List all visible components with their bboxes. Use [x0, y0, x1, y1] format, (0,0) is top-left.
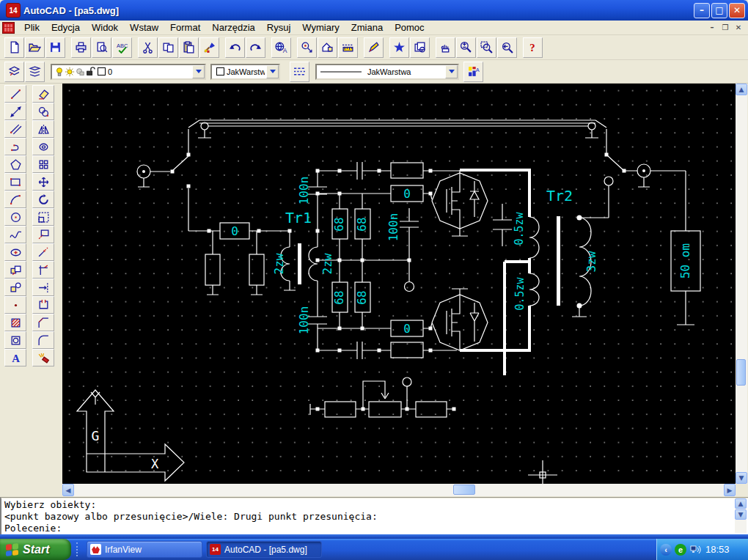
- internet-tools-button[interactable]: A: [271, 37, 291, 58]
- line-button[interactable]: [4, 85, 26, 103]
- fillet-button[interactable]: [32, 331, 54, 349]
- linetype-button[interactable]: [290, 62, 309, 82]
- task-autocad[interactable]: 14 AutoCAD - [pa5.dwg]: [206, 541, 322, 558]
- make-object-layer-current-button[interactable]: [4, 62, 24, 82]
- scroll-up-button[interactable]: ▲: [736, 84, 747, 95]
- network-audio-icon[interactable]: [689, 544, 701, 556]
- region-button[interactable]: [4, 331, 26, 349]
- vertical-scroll-thumb[interactable]: [736, 359, 746, 386]
- print-preview-button[interactable]: [92, 37, 111, 58]
- erase-button[interactable]: [32, 85, 54, 103]
- layer-combo-dropdown-arrow[interactable]: [192, 65, 205, 78]
- doc-close-button[interactable]: ✕: [732, 22, 745, 33]
- scroll-right-button[interactable]: ▶: [724, 484, 736, 496]
- linetype-combo[interactable]: JakWarstwa: [315, 64, 459, 80]
- move-button[interactable]: [32, 173, 54, 191]
- sun-on-icon[interactable]: [65, 67, 75, 77]
- new-button[interactable]: [4, 37, 24, 58]
- ellipse-button[interactable]: [4, 243, 26, 261]
- make-block-button[interactable]: [4, 279, 26, 296]
- array-button[interactable]: [32, 155, 54, 173]
- menu-edycja[interactable]: Edycja: [45, 21, 86, 34]
- hatch-button[interactable]: [4, 314, 26, 331]
- pan-realtime-button[interactable]: [436, 37, 455, 58]
- scale-button[interactable]: [32, 208, 54, 226]
- text-button[interactable]: A: [4, 349, 26, 366]
- document-icon[interactable]: [2, 22, 15, 34]
- doc-minimize-button[interactable]: –: [705, 22, 719, 33]
- redraw-button[interactable]: [364, 37, 384, 58]
- command-scrollbar[interactable]: ▲ ▼: [735, 498, 747, 533]
- mirror-button[interactable]: [32, 120, 54, 138]
- color-combo[interactable]: JakWarstwa: [210, 64, 280, 80]
- command-scroll-down[interactable]: ▼: [735, 509, 747, 520]
- maximize-button[interactable]: □: [711, 3, 727, 18]
- undo-button[interactable]: [225, 37, 245, 58]
- command-scroll-up[interactable]: ▲: [735, 498, 747, 509]
- eset-icon[interactable]: e: [675, 544, 686, 556]
- menu-format[interactable]: Format: [164, 21, 206, 34]
- layer-combo[interactable]: 0: [51, 64, 206, 80]
- horizontal-scrollbar[interactable]: ◀ ▶: [62, 484, 736, 496]
- polyline-button[interactable]: [4, 138, 26, 155]
- paste-button[interactable]: [179, 37, 199, 58]
- scroll-down-button[interactable]: ▼: [736, 472, 747, 484]
- rotate-button[interactable]: [32, 191, 54, 208]
- distance-button[interactable]: [338, 37, 358, 58]
- menu-zmiana[interactable]: Zmiana: [345, 21, 389, 34]
- start-button[interactable]: Start: [0, 539, 71, 560]
- extend-button[interactable]: [32, 279, 54, 296]
- properties-button[interactable]: A: [463, 62, 483, 82]
- minimize-button[interactable]: –: [694, 3, 710, 18]
- menu-narzedzia[interactable]: Narzędzia: [206, 21, 261, 34]
- hide-icons-chevron-icon[interactable]: ‹: [660, 544, 672, 556]
- redo-button[interactable]: [246, 37, 265, 58]
- menu-wstaw[interactable]: Wstaw: [124, 21, 164, 34]
- cut-button[interactable]: [138, 37, 158, 58]
- lengthen-button[interactable]: [32, 243, 54, 261]
- ucs-button[interactable]: [318, 37, 337, 58]
- task-irfanview[interactable]: IrfanView: [87, 541, 202, 558]
- stretch-button[interactable]: [32, 226, 54, 243]
- unlock-icon[interactable]: [85, 67, 95, 77]
- color-combo-dropdown-arrow[interactable]: [266, 65, 279, 78]
- construction-line-button[interactable]: [4, 103, 26, 120]
- match-properties-button[interactable]: [199, 37, 219, 58]
- offset-button[interactable]: [32, 138, 54, 155]
- doc-restore-button[interactable]: ❐: [719, 22, 732, 33]
- layers-button[interactable]: [25, 62, 45, 82]
- aerial-view-button[interactable]: [389, 37, 409, 58]
- linetype-combo-dropdown-arrow[interactable]: [445, 65, 458, 78]
- menu-wymiary[interactable]: Wymiary: [296, 21, 345, 34]
- open-button[interactable]: [25, 37, 45, 58]
- named-views-button[interactable]: [410, 37, 430, 58]
- save-button[interactable]: [45, 37, 65, 58]
- bulb-on-icon[interactable]: [54, 67, 65, 77]
- explode-button[interactable]: [32, 349, 54, 366]
- zoom-window-button[interactable]: [477, 37, 496, 58]
- copy-button[interactable]: [158, 37, 178, 58]
- menu-plik[interactable]: Plik: [18, 21, 45, 34]
- help-button[interactable]: ?: [523, 37, 543, 58]
- spline-button[interactable]: [4, 226, 26, 243]
- multiline-button[interactable]: [4, 120, 26, 138]
- horizontal-scroll-thumb[interactable]: [453, 485, 475, 495]
- menu-rysuj[interactable]: Rysuj: [261, 21, 297, 34]
- point-button[interactable]: [4, 296, 26, 314]
- break-button[interactable]: [32, 296, 54, 314]
- menu-widok[interactable]: Widok: [86, 21, 124, 34]
- freeze-viewport-icon[interactable]: [75, 67, 85, 77]
- object-snap-button[interactable]: [297, 37, 317, 58]
- print-button[interactable]: [71, 37, 91, 58]
- close-button[interactable]: ✕: [729, 3, 745, 18]
- circle-button[interactable]: [4, 208, 26, 226]
- zoom-previous-button[interactable]: [497, 37, 517, 58]
- chamfer-button[interactable]: [32, 314, 54, 331]
- zoom-realtime-button[interactable]: [456, 37, 476, 58]
- arc-button[interactable]: [4, 191, 26, 208]
- insert-block-button[interactable]: [4, 261, 26, 279]
- scroll-left-button[interactable]: ◀: [62, 484, 74, 496]
- drawing-canvas[interactable]: 0 Tr1 2zw 2zw 100n 100n 100n 68 68 68 68…: [62, 84, 736, 484]
- polygon-button[interactable]: [4, 155, 26, 173]
- command-window[interactable]: Wybierz obiekty: <punkt bazowy albo prze…: [0, 497, 748, 534]
